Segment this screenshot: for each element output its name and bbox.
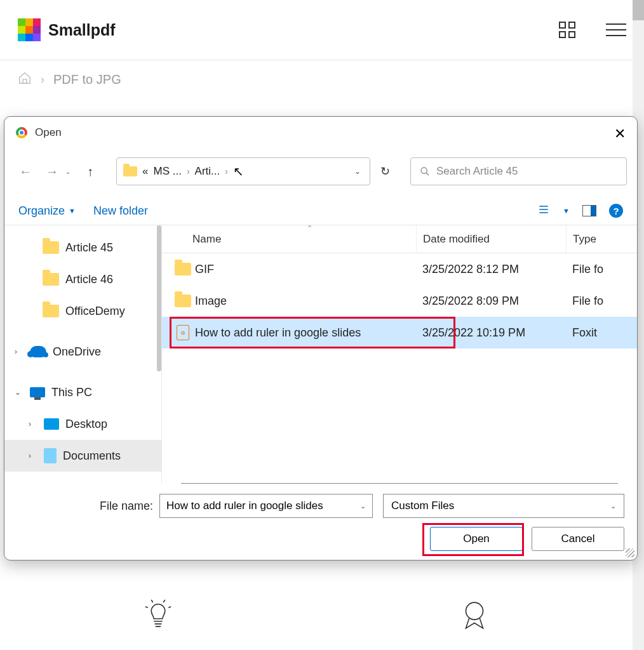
chevron-down-icon[interactable]: ⌄	[610, 502, 616, 510]
filename-label: File name:	[100, 500, 153, 513]
file-filter-select[interactable]: Custom Files ⌄	[383, 494, 624, 518]
refresh-icon[interactable]: ↻	[380, 164, 390, 178]
address-part-1[interactable]: MS ...	[153, 165, 181, 178]
back-arrow-icon[interactable]: ←	[15, 161, 36, 182]
chevron-down-icon[interactable]: ⌄	[360, 502, 366, 510]
filter-value: Custom Files	[391, 500, 454, 512]
help-icon[interactable]: ?	[609, 204, 623, 218]
desktop-icon	[44, 418, 59, 430]
column-type[interactable]: Type	[566, 225, 637, 253]
brand-name: Smallpdf	[48, 21, 116, 39]
search-input[interactable]: Search Article 45	[410, 157, 627, 185]
hamburger-menu-icon[interactable]	[606, 23, 626, 36]
up-arrow-icon[interactable]: ↑	[79, 161, 101, 182]
file-row-selected[interactable]: G How to add ruler in google slides 3/25…	[162, 317, 637, 348]
dialog-toolbar: Organize ▼ New folder ▼ ?	[4, 194, 637, 225]
brand-logo[interactable]: Smallpdf	[18, 18, 116, 41]
view-mode-icon[interactable]	[537, 203, 550, 218]
footer-icons	[0, 584, 633, 647]
folder-icon	[123, 166, 137, 176]
file-list: GIF 3/25/2022 8:12 PM File fo Image 3/25…	[162, 253, 637, 483]
organize-label: Organize	[18, 204, 65, 218]
dialog-title: Open	[35, 126, 62, 139]
folder-icon	[175, 263, 191, 275]
column-date[interactable]: Date modified	[416, 225, 566, 253]
new-folder-button[interactable]: New folder	[93, 204, 148, 218]
dialog-nav-row: ← → ⌄ ↑ « MS ... › Arti... › ↖ ⌄ ↻ Searc…	[4, 149, 637, 194]
svg-point-1	[466, 602, 483, 620]
file-open-dialog: Open ✕ ← → ⌄ ↑ « MS ... › Arti... › ↖ ⌄ …	[4, 116, 638, 560]
tree-label: Documents	[63, 449, 121, 463]
breadcrumb: › PDF to JPG	[0, 60, 644, 98]
onedrive-icon	[30, 346, 46, 357]
view-dropdown-icon[interactable]: ▼	[563, 207, 570, 215]
chevron-right-icon[interactable]: ›	[187, 166, 190, 176]
tree-item-article46[interactable]: Article 46	[4, 263, 161, 295]
tree-label: Desktop	[65, 418, 107, 431]
home-icon[interactable]	[18, 71, 32, 88]
apps-grid-icon[interactable]	[559, 22, 575, 38]
folder-icon	[43, 273, 59, 286]
chevron-right-icon[interactable]: ›	[29, 451, 37, 460]
file-date: 3/25/2022 8:12 PM	[416, 263, 566, 276]
search-placeholder: Search Article 45	[436, 165, 518, 178]
dialog-titlebar: Open ✕	[4, 117, 637, 149]
tree-scrollbar-thumb[interactable]	[157, 225, 161, 371]
pdf-icon: G	[177, 325, 189, 340]
tree-item-officedemy[interactable]: OfficeDemy	[4, 295, 161, 327]
close-icon[interactable]: ✕	[614, 126, 626, 142]
app-header: Smallpdf	[0, 0, 644, 60]
file-name: Image	[192, 295, 416, 308]
tree-item-thispc[interactable]: ⌄ This PC	[4, 376, 161, 408]
svg-point-0	[421, 168, 427, 173]
address-prefix: «	[142, 165, 148, 178]
chevron-right-icon[interactable]: ›	[225, 166, 228, 176]
chevron-right-icon[interactable]: ›	[15, 347, 23, 356]
preview-pane-icon[interactable]	[582, 205, 596, 216]
file-type: Foxit	[566, 326, 637, 340]
tree-label: This PC	[51, 386, 92, 399]
chevron-down-icon: ▼	[69, 207, 76, 215]
column-name[interactable]: ⌃ Name	[162, 233, 416, 246]
folder-icon	[43, 305, 59, 317]
folder-icon	[43, 241, 59, 254]
tree-label: OfficeDemy	[65, 305, 125, 318]
breadcrumb-page[interactable]: PDF to JPG	[53, 72, 121, 87]
chevron-right-icon[interactable]: ›	[29, 420, 37, 428]
chevron-down-icon[interactable]: ⌄	[15, 388, 23, 397]
address-part-2[interactable]: Arti...	[195, 165, 220, 178]
tree-label: OneDrive	[53, 345, 101, 359]
resize-grip[interactable]	[626, 548, 634, 557]
tree-item-article45[interactable]: Article 45	[4, 232, 161, 263]
folder-icon	[175, 295, 191, 307]
forward-arrow-icon[interactable]: →	[41, 161, 63, 182]
file-row-gif[interactable]: GIF 3/25/2022 8:12 PM File fo	[162, 253, 637, 285]
pc-icon	[30, 387, 45, 397]
column-headers: ⌃ Name Date modified Type	[162, 225, 637, 253]
chrome-icon	[16, 127, 27, 138]
tree-scrollbar[interactable]	[157, 225, 161, 484]
search-icon	[420, 166, 430, 176]
tree-item-desktop[interactable]: › Desktop	[4, 408, 161, 440]
award-icon[interactable]	[457, 597, 492, 634]
tree-label: Article 45	[65, 241, 113, 255]
file-list-area: ⌃ Name Date modified Type GIF 3/25/2022 …	[162, 225, 637, 484]
file-row-image[interactable]: Image 3/25/2022 8:09 PM File fo	[162, 285, 637, 317]
open-button[interactable]: Open	[430, 527, 523, 551]
filename-input[interactable]: How to add ruler in google slides ⌄	[159, 494, 373, 518]
address-dropdown-icon[interactable]: ⌄	[354, 167, 363, 176]
tree-item-onedrive[interactable]: › OneDrive	[4, 336, 161, 368]
documents-icon	[44, 448, 57, 463]
file-name: How to add ruler in google slides	[192, 326, 416, 340]
cancel-button[interactable]: Cancel	[532, 527, 624, 551]
smallpdf-logo-icon	[18, 18, 41, 41]
organize-button[interactable]: Organize ▼	[18, 204, 76, 218]
breadcrumb-separator: ›	[41, 73, 44, 86]
address-bar[interactable]: « MS ... › Arti... › ↖ ⌄	[116, 157, 370, 185]
page-scrollbar-thumb[interactable]	[633, 0, 644, 20]
lightbulb-icon[interactable]	[141, 597, 175, 634]
file-type: File fo	[566, 295, 637, 308]
recent-dropdown-icon[interactable]: ⌄	[65, 168, 70, 175]
tree-item-documents[interactable]: › Documents	[4, 440, 161, 472]
filename-value: How to add ruler in google slides	[166, 500, 323, 512]
